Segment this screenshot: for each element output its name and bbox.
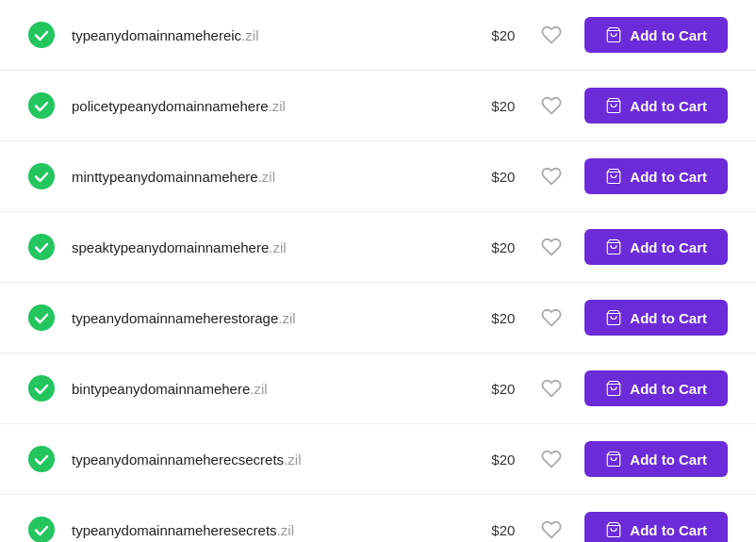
add-to-cart-label: Add to Cart (630, 27, 707, 43)
wishlist-button[interactable] (534, 162, 569, 190)
table-row: typeanydomainnameherestorage.zil $20 Add… (0, 283, 756, 353)
check-circle-icon (28, 163, 55, 189)
svg-point-4 (28, 163, 55, 189)
domain-price: $20 (469, 239, 515, 255)
cart-icon (605, 26, 622, 43)
check-circle-icon (28, 304, 55, 331)
svg-point-0 (28, 22, 55, 48)
table-row: policetypeanydomainnamehere.zil $20 Add … (0, 71, 756, 141)
add-to-cart-button[interactable]: Add to Cart (584, 88, 728, 123)
add-to-cart-label: Add to Cart (630, 381, 707, 397)
cart-icon (605, 451, 622, 468)
svg-point-2 (28, 92, 55, 119)
svg-point-8 (28, 304, 55, 331)
add-to-cart-button[interactable]: Add to Cart (584, 229, 728, 265)
domain-price: $20 (469, 522, 515, 538)
check-circle-icon (28, 234, 55, 260)
wishlist-button[interactable] (534, 91, 569, 120)
svg-point-6 (28, 234, 55, 260)
heart-icon (541, 237, 562, 257)
domain-price: $20 (469, 310, 515, 326)
heart-icon (541, 519, 562, 540)
svg-point-14 (28, 517, 55, 542)
cart-icon (605, 238, 622, 255)
check-circle-icon (28, 446, 55, 472)
domain-price: $20 (469, 169, 515, 185)
add-to-cart-button[interactable]: Add to Cart (584, 17, 728, 53)
add-to-cart-button[interactable]: Add to Cart (584, 300, 728, 336)
add-to-cart-button[interactable]: Add to Cart (584, 441, 728, 477)
svg-point-12 (28, 446, 55, 472)
cart-icon (605, 168, 622, 185)
add-to-cart-label: Add to Cart (630, 239, 707, 255)
add-to-cart-label: Add to Cart (630, 310, 707, 326)
domain-name: bintypeanydomainnamehere.zil (72, 381, 469, 397)
cart-icon (605, 97, 622, 114)
table-row: bintypeanydomainnamehere.zil $20 Add to … (0, 353, 756, 424)
table-row: speaktypeanydomainnamehere.zil $20 Add t… (0, 212, 756, 283)
domain-price: $20 (469, 381, 515, 397)
check-circle-icon (28, 517, 55, 542)
cart-icon (605, 380, 622, 397)
domain-name: speaktypeanydomainnamehere.zil (72, 239, 469, 255)
cart-icon (605, 521, 622, 538)
domain-name: policetypeanydomainnamehere.zil (72, 98, 469, 114)
add-to-cart-button[interactable]: Add to Cart (584, 158, 728, 194)
heart-icon (541, 307, 562, 328)
heart-icon (541, 378, 562, 399)
wishlist-button[interactable] (534, 445, 569, 473)
add-to-cart-label: Add to Cart (630, 98, 707, 114)
domain-name: typeanydomainnameherestorage.zil (72, 310, 469, 326)
check-circle-icon (28, 22, 55, 48)
domain-list: typeanydomainnamehereic.zil $20 Add to C… (0, 0, 756, 542)
add-to-cart-button[interactable]: Add to Cart (584, 370, 728, 406)
heart-icon (541, 25, 562, 45)
heart-icon (541, 95, 562, 116)
domain-price: $20 (469, 27, 515, 43)
heart-icon (541, 166, 562, 187)
add-to-cart-label: Add to Cart (630, 452, 707, 468)
domain-name: typeanydomainnameheresecrets.zil (72, 522, 469, 538)
domain-name: typeanydomainnamehereic.zil (72, 27, 469, 43)
heart-icon (541, 449, 562, 469)
cart-icon (605, 309, 622, 326)
check-circle-icon (28, 375, 55, 402)
domain-price: $20 (469, 452, 515, 468)
add-to-cart-label: Add to Cart (630, 169, 707, 185)
table-row: minttypeanydomainnamehere.zil $20 Add to… (0, 141, 756, 212)
wishlist-button[interactable] (534, 374, 569, 402)
table-row: typeanydomainnamehereic.zil $20 Add to C… (0, 0, 756, 71)
domain-name: typeanydomainnameherecsecrets.zil (72, 452, 469, 468)
wishlist-button[interactable] (534, 304, 569, 332)
table-row: typeanydomainnameherecsecrets.zil $20 Ad… (0, 424, 756, 495)
domain-price: $20 (469, 98, 515, 114)
add-to-cart-button[interactable]: Add to Cart (584, 512, 728, 542)
add-to-cart-label: Add to Cart (630, 522, 707, 538)
wishlist-button[interactable] (534, 21, 569, 49)
wishlist-button[interactable] (534, 516, 569, 542)
table-row: typeanydomainnameheresecrets.zil $20 Add… (0, 495, 756, 542)
check-circle-icon (28, 92, 55, 119)
wishlist-button[interactable] (534, 233, 569, 261)
svg-point-10 (28, 375, 55, 402)
domain-name: minttypeanydomainnamehere.zil (72, 169, 469, 185)
